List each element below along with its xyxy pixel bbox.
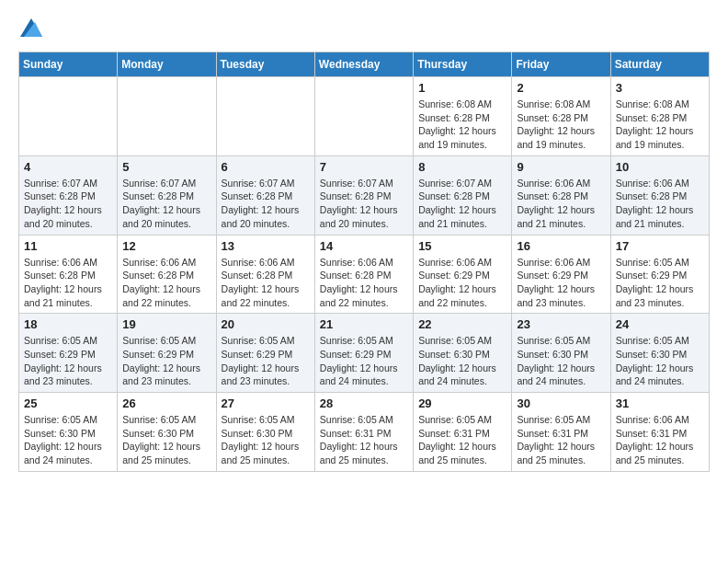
day-info: Sunrise: 6:05 AM Sunset: 6:30 PM Dayligh… — [418, 334, 506, 388]
day-info: Sunrise: 6:08 AM Sunset: 6:28 PM Dayligh… — [517, 98, 605, 152]
calendar-cell: 22Sunrise: 6:05 AM Sunset: 6:30 PM Dayli… — [414, 314, 512, 393]
calendar-week-row: 1Sunrise: 6:08 AM Sunset: 6:28 PM Daylig… — [19, 77, 710, 156]
calendar-cell: 28Sunrise: 6:05 AM Sunset: 6:31 PM Dayli… — [314, 393, 413, 472]
calendar-cell: 1Sunrise: 6:08 AM Sunset: 6:28 PM Daylig… — [414, 77, 512, 156]
calendar-cell: 19Sunrise: 6:05 AM Sunset: 6:29 PM Dayli… — [118, 314, 216, 393]
calendar-cell: 24Sunrise: 6:05 AM Sunset: 6:30 PM Dayli… — [610, 314, 709, 393]
day-info: Sunrise: 6:08 AM Sunset: 6:28 PM Dayligh… — [418, 98, 506, 152]
day-info: Sunrise: 6:06 AM Sunset: 6:29 PM Dayligh… — [517, 256, 605, 310]
weekday-header: Wednesday — [314, 52, 413, 77]
day-number: 24 — [616, 317, 704, 331]
day-info: Sunrise: 6:06 AM Sunset: 6:28 PM Dayligh… — [222, 256, 310, 310]
calendar-cell: 31Sunrise: 6:06 AM Sunset: 6:31 PM Dayli… — [610, 393, 709, 472]
day-info: Sunrise: 6:06 AM Sunset: 6:28 PM Dayligh… — [122, 256, 210, 310]
calendar-cell: 20Sunrise: 6:05 AM Sunset: 6:29 PM Dayli… — [216, 314, 314, 393]
calendar-cell: 8Sunrise: 6:07 AM Sunset: 6:28 PM Daylig… — [414, 155, 512, 235]
day-info: Sunrise: 6:05 AM Sunset: 6:29 PM Dayligh… — [122, 334, 210, 388]
day-info: Sunrise: 6:05 AM Sunset: 6:30 PM Dayligh… — [24, 413, 112, 467]
day-info: Sunrise: 6:06 AM Sunset: 6:28 PM Dayligh… — [616, 177, 704, 231]
logo — [18, 18, 42, 37]
day-number: 6 — [222, 160, 310, 174]
day-number: 10 — [616, 160, 704, 174]
calendar-cell: 12Sunrise: 6:06 AM Sunset: 6:28 PM Dayli… — [118, 235, 216, 314]
calendar-cell: 16Sunrise: 6:06 AM Sunset: 6:29 PM Dayli… — [512, 235, 610, 314]
weekday-header: Tuesday — [216, 52, 314, 77]
calendar-cell: 30Sunrise: 6:05 AM Sunset: 6:31 PM Dayli… — [512, 393, 610, 472]
calendar-week-row: 25Sunrise: 6:05 AM Sunset: 6:30 PM Dayli… — [19, 393, 710, 472]
calendar-cell — [19, 77, 118, 156]
day-number: 18 — [24, 317, 112, 331]
day-info: Sunrise: 6:05 AM Sunset: 6:30 PM Dayligh… — [517, 334, 605, 388]
day-number: 31 — [616, 396, 704, 410]
calendar-cell: 3Sunrise: 6:08 AM Sunset: 6:28 PM Daylig… — [610, 77, 709, 156]
day-number: 23 — [517, 317, 605, 331]
calendar-cell: 29Sunrise: 6:05 AM Sunset: 6:31 PM Dayli… — [414, 393, 512, 472]
calendar-cell: 5Sunrise: 6:07 AM Sunset: 6:28 PM Daylig… — [118, 155, 216, 235]
day-info: Sunrise: 6:05 AM Sunset: 6:30 PM Dayligh… — [222, 413, 310, 467]
calendar-cell: 14Sunrise: 6:06 AM Sunset: 6:28 PM Dayli… — [314, 235, 413, 314]
day-info: Sunrise: 6:06 AM Sunset: 6:29 PM Dayligh… — [418, 256, 506, 310]
logo-icon — [20, 18, 42, 37]
calendar-cell: 18Sunrise: 6:05 AM Sunset: 6:29 PM Dayli… — [19, 314, 118, 393]
calendar-week-row: 11Sunrise: 6:06 AM Sunset: 6:28 PM Dayli… — [19, 235, 710, 314]
day-info: Sunrise: 6:07 AM Sunset: 6:28 PM Dayligh… — [418, 177, 506, 231]
weekday-header: Thursday — [414, 52, 512, 77]
day-number: 29 — [418, 396, 506, 410]
weekday-header: Monday — [118, 52, 216, 77]
day-number: 25 — [24, 396, 112, 410]
day-number: 14 — [320, 239, 408, 253]
calendar-cell: 10Sunrise: 6:06 AM Sunset: 6:28 PM Dayli… — [610, 155, 709, 235]
day-number: 26 — [122, 396, 210, 410]
day-info: Sunrise: 6:06 AM Sunset: 6:28 PM Dayligh… — [517, 177, 605, 231]
day-number: 8 — [418, 160, 506, 174]
calendar-cell — [314, 77, 413, 156]
calendar-cell: 15Sunrise: 6:06 AM Sunset: 6:29 PM Dayli… — [414, 235, 512, 314]
day-number: 21 — [320, 317, 408, 331]
calendar-cell: 7Sunrise: 6:07 AM Sunset: 6:28 PM Daylig… — [314, 155, 413, 235]
day-info: Sunrise: 6:07 AM Sunset: 6:28 PM Dayligh… — [122, 177, 210, 231]
day-info: Sunrise: 6:06 AM Sunset: 6:31 PM Dayligh… — [616, 413, 704, 467]
day-number: 12 — [122, 239, 210, 253]
day-number: 5 — [122, 160, 210, 174]
day-number: 2 — [517, 81, 605, 95]
calendar-cell: 13Sunrise: 6:06 AM Sunset: 6:28 PM Dayli… — [216, 235, 314, 314]
weekday-header: Friday — [512, 52, 610, 77]
day-number: 17 — [616, 239, 704, 253]
calendar-cell: 25Sunrise: 6:05 AM Sunset: 6:30 PM Dayli… — [19, 393, 118, 472]
day-info: Sunrise: 6:07 AM Sunset: 6:28 PM Dayligh… — [222, 177, 310, 231]
day-number: 4 — [24, 160, 112, 174]
day-number: 11 — [24, 239, 112, 253]
day-number: 16 — [517, 239, 605, 253]
day-number: 27 — [222, 396, 310, 410]
day-info: Sunrise: 6:08 AM Sunset: 6:28 PM Dayligh… — [616, 98, 704, 152]
calendar-cell: 4Sunrise: 6:07 AM Sunset: 6:28 PM Daylig… — [19, 155, 118, 235]
calendar-cell: 6Sunrise: 6:07 AM Sunset: 6:28 PM Daylig… — [216, 155, 314, 235]
day-info: Sunrise: 6:05 AM Sunset: 6:29 PM Dayligh… — [24, 334, 112, 388]
day-info: Sunrise: 6:05 AM Sunset: 6:31 PM Dayligh… — [320, 413, 408, 467]
day-info: Sunrise: 6:06 AM Sunset: 6:28 PM Dayligh… — [320, 256, 408, 310]
calendar-week-row: 4Sunrise: 6:07 AM Sunset: 6:28 PM Daylig… — [19, 155, 710, 235]
day-info: Sunrise: 6:05 AM Sunset: 6:30 PM Dayligh… — [616, 334, 704, 388]
day-number: 9 — [517, 160, 605, 174]
calendar-header-row: SundayMondayTuesdayWednesdayThursdayFrid… — [19, 52, 710, 77]
calendar-cell: 21Sunrise: 6:05 AM Sunset: 6:29 PM Dayli… — [314, 314, 413, 393]
day-number: 28 — [320, 396, 408, 410]
calendar-cell: 9Sunrise: 6:06 AM Sunset: 6:28 PM Daylig… — [512, 155, 610, 235]
day-info: Sunrise: 6:05 AM Sunset: 6:30 PM Dayligh… — [122, 413, 210, 467]
day-info: Sunrise: 6:05 AM Sunset: 6:29 PM Dayligh… — [616, 256, 704, 310]
day-info: Sunrise: 6:05 AM Sunset: 6:31 PM Dayligh… — [517, 413, 605, 467]
day-info: Sunrise: 6:07 AM Sunset: 6:28 PM Dayligh… — [320, 177, 408, 231]
calendar-cell: 2Sunrise: 6:08 AM Sunset: 6:28 PM Daylig… — [512, 77, 610, 156]
calendar-cell — [118, 77, 216, 156]
day-number: 1 — [418, 81, 506, 95]
day-number: 30 — [517, 396, 605, 410]
day-number: 20 — [222, 317, 310, 331]
day-number: 13 — [222, 239, 310, 253]
calendar-cell: 27Sunrise: 6:05 AM Sunset: 6:30 PM Dayli… — [216, 393, 314, 472]
day-number: 19 — [122, 317, 210, 331]
day-info: Sunrise: 6:05 AM Sunset: 6:31 PM Dayligh… — [418, 413, 506, 467]
calendar-cell: 17Sunrise: 6:05 AM Sunset: 6:29 PM Dayli… — [610, 235, 709, 314]
day-number: 3 — [616, 81, 704, 95]
weekday-header: Saturday — [610, 52, 709, 77]
day-number: 15 — [418, 239, 506, 253]
